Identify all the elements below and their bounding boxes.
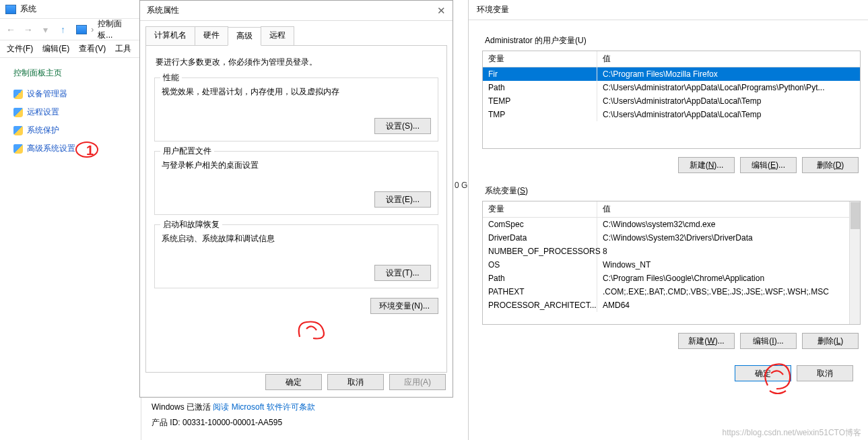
table-row[interactable]: ComSpecC:\Windows\system32\cmd.exe [483,218,860,231]
annotation-number-1: 1 [86,143,94,158]
sys-vars-label: 系统变量(S) [485,185,860,197]
table-row[interactable]: TEMPC:\Users\Administrator\AppData\Local… [483,94,860,108]
explorer-nav: ← → ▾ ↑ › 控制面板... [0,19,141,40]
env-body: Administrator 的用户变量(U) 变量 值 FirC:\Progra… [469,20,868,381]
sidebar-device-manager[interactable]: 设备管理器 [13,88,135,100]
back-arrow-icon[interactable]: ← [4,23,18,36]
annotation-scribble-2 [293,317,333,344]
profile-desc: 与登录帐户相关的桌面设置 [162,160,431,171]
sidebar-system-protection[interactable]: 系统保护 [13,125,135,136]
user-delete-button[interactable]: 删除(D) [802,157,859,173]
props-titlebar: 系统属性 ✕ [140,1,453,21]
explorer-window: 系统 ← → ▾ ↑ › 控制面板... 文件(F) 编辑(E) 查看(V) 工… [0,0,141,440]
col-val[interactable]: 值 [597,201,860,217]
scrollbar[interactable] [849,201,860,324]
user-new-button[interactable]: 新建(N)... [678,157,735,173]
performance-desc: 视觉效果，处理器计划，内存使用，以及虚拟内存 [162,86,431,98]
sidebar-remote-settings[interactable]: 远程设置 [13,106,135,118]
table-row[interactable]: PATHEXT.COM;.EXE;.BAT;.CMD;.VBS;.VBE;.JS… [483,285,860,298]
ok-button[interactable]: 确定 [265,374,322,390]
activation-text: Windows 已激活 [152,402,213,412]
sys-delete-button[interactable]: 删除(L) [802,333,859,349]
shield-icon [13,144,23,154]
table-row[interactable]: TMPC:\Users\Administrator\AppData\Local\… [483,108,860,121]
admin-statement: 要进行大多数更改，你必须作为管理员登录。 [156,57,437,68]
shield-icon [13,90,23,99]
tab-computer-name[interactable]: 计算机名 [145,26,195,45]
sidebar-advanced-settings[interactable]: 高级系统设置 [13,143,135,154]
sidebar: 控制面板主页 设备管理器 远程设置 系统保护 高级系统设置 [0,58,141,154]
startup-settings-button[interactable]: 设置(T)... [374,265,431,281]
cancel-button[interactable]: 取消 [327,374,384,390]
product-id: 产品 ID: 00331-10000-00001-AA595 [152,417,448,429]
col-var[interactable]: 变量 [483,201,597,217]
col-var[interactable]: 变量 [483,51,597,67]
watermark: https://blog.csdn.net/weixin51CTO博客 [722,427,861,439]
table-row[interactable]: FirC:\Program Files\Mozilla Firefox [483,67,860,81]
startup-desc: 系统启动、系统故障和调试信息 [162,233,431,245]
table-row[interactable]: OSWindows_NT [483,258,860,272]
menu-tools[interactable]: 工具 [115,43,131,55]
props-title: 系统属性 [147,5,179,16]
shield-icon [13,108,23,117]
startup-title: 启动和故障恢复 [160,219,222,230]
license-terms-link[interactable]: 阅读 Microsoft 软件许可条款 [213,402,314,412]
sys-edit-button[interactable]: 编辑(I)... [740,333,797,349]
dropdown-icon[interactable]: ▾ [39,23,53,36]
props-dialog-buttons: 确定 取消 应用(A) [265,374,446,390]
breadcrumb-sep: › [91,25,94,34]
user-vars-label: Administrator 的用户变量(U) [485,35,860,46]
props-tabs: 计算机名 硬件 高级 远程 [145,26,447,45]
sidebar-title: 控制面板主页 [13,67,135,79]
performance-settings-button[interactable]: 设置(S)... [374,118,431,134]
startup-group: 启动和故障恢复 系统启动、系统故障和调试信息 设置(T)... [154,224,438,288]
user-vars-body[interactable]: FirC:\Program Files\Mozilla FirefoxPathC… [483,67,860,148]
user-vars-table: 变量 值 FirC:\Program Files\Mozilla Firefox… [482,51,861,149]
scroll-thumb[interactable] [850,202,860,229]
up-arrow-icon[interactable]: ↑ [57,23,70,36]
menu-view[interactable]: 查看(V) [79,43,106,55]
sys-vars-body[interactable]: ComSpecC:\Windows\system32\cmd.exeDriver… [483,218,860,324]
user-edit-button[interactable]: 编辑(E)... [740,157,797,173]
performance-title: 性能 [160,72,182,84]
computer-icon [76,25,87,34]
env-title: 环境变量 [477,4,509,15]
env-vars-dialog: 环境变量 Administrator 的用户变量(U) 变量 值 FirC:\P… [468,0,868,440]
table-row[interactable]: PathC:\Program Files\Google\Chrome\Appli… [483,272,860,285]
profile-settings-button[interactable]: 设置(E)... [374,191,431,208]
profile-group: 用户配置文件 与登录帐户相关的桌面设置 设置(E)... [154,151,438,215]
table-row[interactable]: PROCESSOR_ARCHITECT...AMD64 [483,298,860,312]
computer-icon [5,5,16,14]
performance-group: 性能 视觉效果，处理器计划，内存使用，以及虚拟内存 设置(S)... [154,77,438,142]
table-row[interactable]: PathC:\Users\Administrator\AppData\Local… [483,81,860,94]
forward-arrow-icon[interactable]: → [22,23,35,36]
env-cancel-button[interactable]: 取消 [797,365,853,381]
sys-btn-row: 新建(W)... 编辑(I)... 删除(L) [482,333,859,349]
env-dialog-buttons: 确定 取消 [482,365,860,381]
background-disk-peek: 0 G [455,181,467,190]
profile-title: 用户配置文件 [160,146,214,157]
menu-edit[interactable]: 编辑(E) [42,43,69,55]
apply-button[interactable]: 应用(A) [389,374,446,390]
tab-advanced[interactable]: 高级 [228,27,261,46]
table-row[interactable]: NUMBER_OF_PROCESSORS8 [483,245,860,258]
shield-icon [13,126,23,135]
table-row[interactable]: DriverDataC:\Windows\System32\Drivers\Dr… [483,231,860,245]
close-icon[interactable]: ✕ [437,5,446,17]
tab-hardware[interactable]: 硬件 [195,26,228,45]
env-titlebar: 环境变量 [469,0,868,20]
user-table-header: 变量 值 [483,51,860,67]
env-vars-button[interactable]: 环境变量(N)... [370,298,438,314]
explorer-titlebar: 系统 [0,0,141,19]
activation-area: Windows 已激活 阅读 Microsoft 软件许可条款 产品 ID: 0… [152,402,448,429]
explorer-menu: 文件(F) 编辑(E) 查看(V) 工具 [0,40,141,58]
sys-table-header: 变量 值 [483,201,860,218]
explorer-title: 系统 [20,3,36,15]
breadcrumb[interactable]: 控制面板... [98,18,137,41]
tab-remote[interactable]: 远程 [261,26,294,45]
annotation-scribble-3 [758,358,798,398]
col-val[interactable]: 值 [597,51,860,67]
menu-file[interactable]: 文件(F) [7,43,33,55]
sys-vars-table: 变量 值 ComSpecC:\Windows\system32\cmd.exeD… [482,201,861,325]
sys-new-button[interactable]: 新建(W)... [678,333,735,349]
